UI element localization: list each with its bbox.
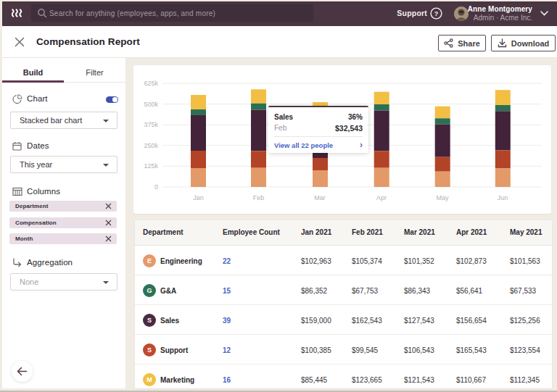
svg-text:0: 0 <box>154 183 158 191</box>
svg-text:250k: 250k <box>144 142 158 149</box>
svg-text:?: ? <box>434 10 439 17</box>
svg-text:Jan: Jan <box>193 194 204 201</box>
svg-text:Feb: Feb <box>253 194 265 201</box>
svg-text:500k: 500k <box>144 101 158 108</box>
svg-text:Mar: Mar <box>314 194 326 201</box>
svg-text:Jun: Jun <box>498 194 508 201</box>
svg-text:Apr: Apr <box>376 194 387 201</box>
svg-text:375k: 375k <box>144 121 158 128</box>
svg-text:125k: 125k <box>144 162 158 170</box>
svg-text:May: May <box>436 194 449 201</box>
svg-text:625k: 625k <box>144 80 158 87</box>
